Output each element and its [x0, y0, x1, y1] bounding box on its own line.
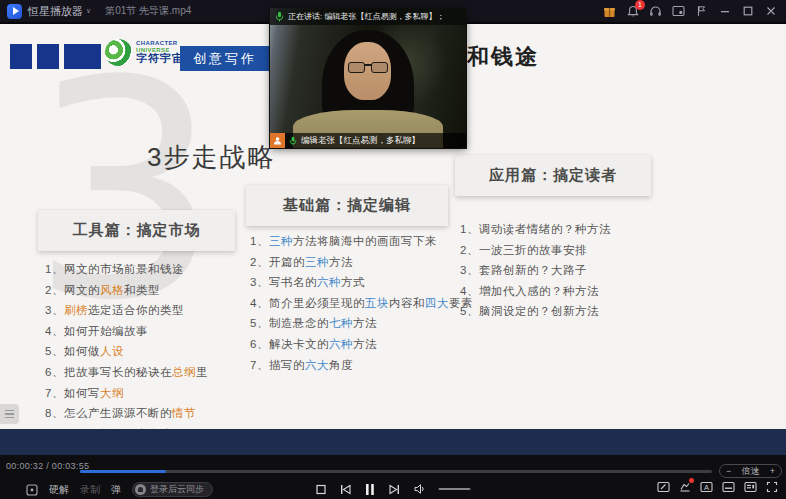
speed-minus-button[interactable]: −	[726, 466, 731, 476]
promo-red-dot	[689, 478, 694, 483]
list-item: 3、写书名的六种方式	[250, 275, 473, 290]
notification-bell-icon[interactable]: 1	[625, 4, 640, 19]
titlebar-icons: 1	[602, 4, 778, 19]
list-item: 4、简介里必须呈现的五块内容和四大要素	[250, 296, 473, 311]
progress-fill	[80, 470, 166, 473]
list-item: 8、怎么产生源源不断的情节	[45, 406, 208, 421]
list-item: 1、调动读者情绪的？种方法	[460, 222, 611, 237]
presenter-name: 编辑老张【红点易测，多私聊】	[301, 135, 420, 147]
volume-slider[interactable]	[439, 488, 471, 490]
list-item: 5、制造悬念的七种方法	[250, 316, 473, 331]
app-logo-icon	[7, 4, 22, 19]
header-block	[10, 44, 32, 69]
list-item: 7、描写的六大角度	[250, 358, 473, 373]
list-item: 2、开篇的三种方法	[250, 255, 473, 270]
webcam-video	[270, 8, 466, 148]
app-name[interactable]: 恒星播放器	[28, 4, 83, 19]
column-header-application: 应用篇：搞定读者	[455, 155, 651, 196]
gift-icon[interactable]	[602, 4, 617, 19]
list-item: 4、增加代入感的？种方法	[460, 284, 611, 299]
chevron-down-icon[interactable]: ∨	[86, 7, 91, 15]
presenter-name-bar: 编辑老张【红点易测，多私聊】	[270, 133, 466, 148]
volume-icon[interactable]	[414, 483, 426, 495]
file-name: 第01节 先导课.mp4	[105, 4, 191, 18]
header-block	[64, 44, 101, 69]
control-bar: 00:00:32 / 00:03:55 − 倍速 + 硬解 录制 弹 登录后云同…	[0, 455, 786, 499]
subtitle-icon[interactable]: A	[700, 481, 713, 493]
speed-control[interactable]: − 倍速 +	[719, 464, 782, 478]
basics-list: 1、三种方法将脑海中的画面写下来2、开篇的三种方法3、写书名的六种方式4、简介里…	[250, 234, 473, 378]
hardware-decode-toggle[interactable]: 硬解	[49, 483, 69, 497]
pip-record-icon[interactable]	[671, 4, 686, 19]
list-item: 1、网文的市场前景和钱途	[45, 262, 208, 277]
pause-button[interactable]	[365, 483, 376, 496]
list-item: 3、刷榜选定适合你的类型	[45, 303, 208, 318]
brand-cn: 字符宇宙	[136, 53, 184, 65]
player-window: 恒星播放器 ∨ 第01节 先导课.mp4 1	[0, 0, 786, 499]
list-item: 6、把故事写长的秘诀在总纲里	[45, 365, 208, 380]
promo-icon[interactable]	[679, 481, 691, 493]
column-header-tools: 工具篇：搞定市场	[38, 210, 235, 251]
next-button[interactable]	[389, 484, 401, 495]
headset-icon[interactable]	[648, 4, 663, 19]
mic-icon	[289, 136, 297, 146]
speed-plus-button[interactable]: +	[770, 466, 775, 476]
fullscreen-icon[interactable]	[766, 481, 778, 493]
feedback-flag-icon[interactable]	[694, 4, 709, 19]
header-block	[37, 44, 59, 69]
speaking-banner: 正在讲话: 编辑老张【红点易测，多私聊】；	[270, 8, 466, 25]
danmaku-toggle[interactable]: 弹	[111, 483, 121, 497]
course-tag: 创意写作	[180, 46, 270, 71]
list-item: 6、解决卡文的六种方法	[250, 337, 473, 352]
stop-button[interactable]	[316, 484, 327, 495]
audio-track-icon[interactable]	[722, 481, 735, 493]
mic-icon	[275, 11, 284, 22]
list-item: 5、如何做人设	[45, 344, 208, 359]
screenshot-icon[interactable]	[26, 484, 38, 496]
playback-controls	[316, 479, 471, 499]
webcam-overlay[interactable]: 正在讲话: 编辑老张【红点易测，多私聊】； 编辑老张【红点易测，多私聊】	[270, 8, 466, 148]
previous-button[interactable]	[340, 484, 352, 495]
person-icon	[270, 133, 285, 148]
time-display: 00:00:32 / 00:03:55	[6, 461, 89, 471]
tools-list: 1、网文的市场前景和钱途2、网文的风格和类型3、刷榜选定适合你的类型4、如何开始…	[45, 262, 208, 447]
speaking-label: 正在讲话: 编辑老张【红点易测，多私聊】；	[288, 11, 444, 22]
side-panel-handle[interactable]	[0, 404, 19, 424]
speed-label: 倍速	[742, 465, 760, 478]
application-list: 1、调动读者情绪的？种方法2、一波三折的故事安排3、套路创新的？大路子4、增加代…	[460, 222, 611, 325]
list-item: 4、如何开始编故事	[45, 324, 208, 339]
column-header-basics: 基础篇：搞定编辑	[246, 185, 448, 226]
user-icon	[135, 484, 146, 495]
globe-icon	[101, 35, 135, 69]
minimize-button[interactable]	[717, 4, 732, 19]
list-item: 7、如何写大纲	[45, 386, 208, 401]
brand-logo: CHARACTER UNIVERSE 字符宇宙	[105, 39, 184, 66]
slide-footer-band	[0, 429, 786, 455]
playlist-icon[interactable]	[744, 481, 757, 493]
notification-badge: 1	[635, 0, 645, 10]
list-item: 2、网文的风格和类型	[45, 283, 208, 298]
list-item: 3、套路创新的？大路子	[460, 263, 611, 278]
record-button[interactable]: 录制	[80, 483, 100, 497]
strategy-title: 3步走战略	[147, 140, 275, 175]
slide-title-partial: 和钱途	[467, 42, 539, 72]
list-item: 5、脑洞设定的？创新方法	[460, 304, 611, 319]
list-item: 2、一波三折的故事安排	[460, 243, 611, 258]
list-item: 1、三种方法将脑海中的画面写下来	[250, 234, 473, 249]
svg-text:A: A	[704, 483, 709, 492]
close-button[interactable]	[763, 4, 778, 19]
clip-edit-icon[interactable]	[657, 481, 670, 493]
maximize-button[interactable]	[740, 4, 755, 19]
progress-bar[interactable]	[80, 470, 712, 473]
login-sync-button[interactable]: 登录后云同步	[132, 482, 213, 497]
